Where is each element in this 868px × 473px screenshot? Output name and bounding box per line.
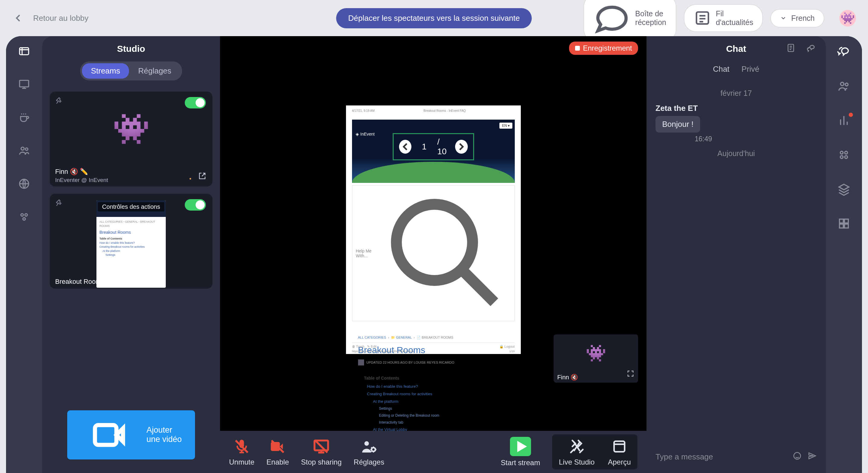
settings-button[interactable]: Réglages — [354, 437, 384, 466]
svg-point-13 — [364, 441, 369, 446]
recording-badge: Enregistrement — [569, 41, 638, 55]
back-arrow-icon[interactable] — [12, 12, 24, 24]
emoji-icon[interactable] — [793, 451, 802, 463]
camera-avatar: 👾 — [113, 111, 150, 147]
preview-button[interactable]: Aperçu — [601, 435, 638, 469]
back-label[interactable]: Retour au lobby — [33, 13, 89, 23]
page-total: / 10 — [437, 137, 450, 156]
layers-icon[interactable] — [837, 183, 850, 196]
qa-icon[interactable] — [837, 148, 850, 161]
language-label: French — [791, 14, 815, 23]
coffee-icon[interactable] — [18, 112, 30, 124]
move-viewers-button[interactable]: Déplacer les spectateurs vers la session… — [336, 8, 532, 28]
doc-url: https://faq.inevent.com/l/en/general/bre… — [352, 350, 414, 353]
inbox-button[interactable]: Boîte de réception — [584, 0, 676, 41]
svg-rect-9 — [95, 425, 116, 445]
svg-rect-25 — [844, 219, 848, 223]
mic-indicator-icon: • — [189, 175, 191, 182]
page-input[interactable] — [417, 142, 432, 152]
chat-input[interactable]: Type a message — [655, 452, 786, 462]
chat-title: Chat — [726, 44, 746, 54]
toc-item[interactable]: Settings — [367, 405, 500, 412]
chat-date: février 17 — [655, 89, 817, 98]
share-overlay-label: Contrôles des actions — [98, 202, 164, 212]
breadcrumb: ALL CATEGORIES › 📁 GENERAL › 📄 BREAKOUT … — [346, 323, 521, 342]
doc-time: 4/17/21, 9:19 AM — [352, 109, 375, 113]
add-video-label: Ajouter une vidéo — [147, 425, 185, 444]
pin-icon[interactable] — [55, 97, 63, 107]
svg-rect-27 — [844, 224, 848, 228]
share-toggle[interactable] — [185, 199, 206, 211]
popout-icon[interactable] — [198, 172, 207, 182]
doc-search-input[interactable]: Help Me With... — [352, 185, 515, 321]
toc-item[interactable]: How do I enable this feature? — [367, 383, 500, 390]
svg-point-20 — [840, 151, 843, 154]
prev-page-button[interactable] — [399, 140, 411, 154]
tab-chat[interactable]: Chat — [713, 64, 730, 74]
tab-settings[interactable]: Réglages — [129, 63, 180, 78]
unmute-button[interactable]: Unmute — [229, 437, 254, 466]
toc-item[interactable]: Interactivity tab — [367, 419, 500, 426]
screen-icon[interactable] — [18, 78, 30, 90]
feed-button[interactable]: Fil d'actualités — [684, 4, 763, 32]
chat-sender: Zeta the ET — [655, 104, 817, 113]
next-page-button[interactable] — [455, 140, 467, 154]
transcript-icon[interactable] — [786, 43, 796, 55]
chat-icon[interactable] — [837, 45, 850, 58]
doc-header-title: Breakout Rooms - InEvent FAQ — [424, 109, 466, 113]
avatar[interactable]: 👾 — [839, 10, 856, 27]
pin-icon[interactable] — [55, 199, 63, 209]
tab-private[interactable]: Privé — [741, 64, 759, 74]
group-icon[interactable] — [18, 211, 30, 223]
start-stream-button[interactable]: Start stream — [501, 437, 540, 467]
participants-icon[interactable] — [837, 80, 850, 93]
page-navigator: / 10 — [393, 133, 474, 160]
enable-camera-button[interactable]: Enable — [267, 437, 289, 466]
svg-point-8 — [23, 218, 25, 220]
fullscreen-icon[interactable] — [627, 370, 634, 380]
pip-avatar: 👾 — [586, 343, 607, 363]
language-button[interactable]: French — [770, 9, 824, 27]
svg-point-17 — [794, 452, 801, 460]
svg-rect-15 — [614, 441, 624, 452]
toc-item[interactable]: At the platform — [367, 398, 500, 406]
toc-item[interactable]: Editing or Deleting the Breakout room — [367, 412, 500, 419]
poll-icon[interactable] — [837, 114, 850, 127]
send-icon[interactable] — [808, 451, 817, 463]
chat-date-today: Aujourd'hui — [655, 149, 817, 158]
svg-rect-2 — [20, 81, 29, 87]
pip-name: Finn 🔇 — [557, 374, 578, 381]
globe-icon[interactable] — [18, 178, 30, 190]
popout-chat-icon[interactable] — [807, 43, 817, 55]
svg-point-22 — [840, 156, 843, 158]
svg-point-10 — [396, 204, 472, 281]
camera-toggle[interactable] — [185, 97, 206, 108]
add-video-button[interactable]: Ajouter une vidéo — [67, 410, 195, 460]
grid-icon[interactable] — [837, 217, 850, 230]
people-icon[interactable] — [18, 145, 30, 157]
svg-point-18 — [841, 82, 844, 86]
feed-label: Fil d'actualités — [716, 9, 753, 27]
svg-rect-24 — [839, 219, 843, 223]
doc-lang-selector[interactable]: EN ▾ — [499, 123, 512, 129]
studio-icon[interactable] — [18, 45, 30, 57]
svg-point-3 — [21, 147, 24, 150]
svg-point-19 — [845, 83, 848, 86]
svg-point-21 — [845, 151, 847, 154]
live-studio-button[interactable]: Live Studio — [552, 435, 601, 469]
picture-in-picture: 👾 Finn 🔇 — [554, 335, 638, 383]
doc-byline: UPDATED 22 HOURS AGO BY LOUISE REYES RIC… — [346, 358, 521, 367]
chat-time: 16:49 — [695, 135, 817, 143]
shared-document: 4/17/21, 9:19 AM Breakout Rooms - InEven… — [346, 105, 521, 354]
tab-streams[interactable]: Streams — [82, 63, 129, 78]
camera-user-name: Finn 🔇 ✏️ — [55, 168, 88, 176]
chat-message: Bonjour ! — [655, 116, 700, 132]
svg-point-4 — [25, 148, 28, 150]
svg-point-7 — [25, 214, 27, 216]
stop-sharing-button[interactable]: Stop sharing — [301, 437, 342, 466]
svg-rect-1 — [20, 48, 29, 55]
doc-page-footer: 1/10 — [509, 350, 515, 353]
svg-rect-26 — [839, 224, 843, 228]
camera-user-org: InEventer @ InEvent — [55, 177, 108, 184]
toc-item[interactable]: Creating Breakout rooms for activities — [367, 390, 500, 398]
